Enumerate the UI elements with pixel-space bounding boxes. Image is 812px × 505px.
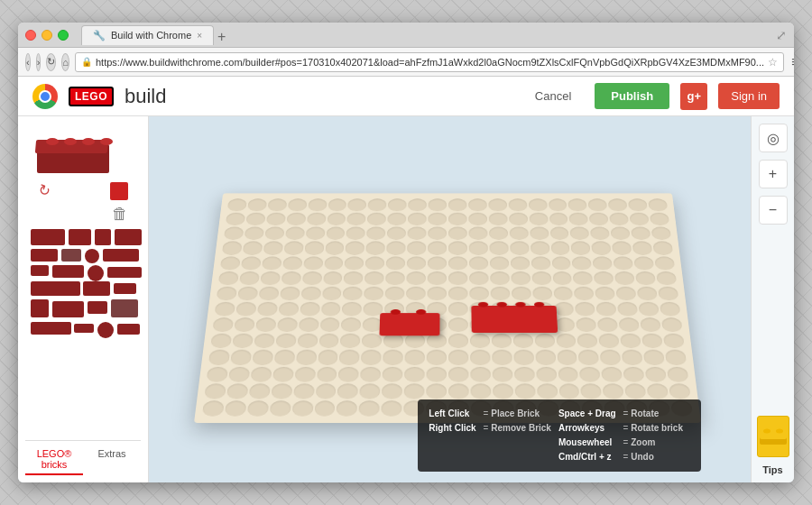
- new-tab-button[interactable]: +: [217, 29, 226, 45]
- tab-lego-bricks[interactable]: LEGO® bricks: [25, 445, 83, 475]
- browser-menu-icon[interactable]: ≡: [791, 54, 794, 70]
- baseplate-dot: [202, 400, 225, 416]
- baseplate-dot: [616, 287, 637, 301]
- baseplate-dot: [258, 287, 279, 301]
- tab-close-button[interactable]: ×: [197, 31, 202, 41]
- baseplate-dot: [407, 256, 426, 270]
- baseplate-dot: [492, 334, 512, 348]
- back-button[interactable]: ‹: [25, 53, 31, 71]
- tips-key3: Mousewheel: [558, 437, 612, 447]
- baseplate-dot: [492, 366, 512, 381]
- baseplate-dot: [283, 242, 303, 255]
- tips-key: Right Click: [429, 423, 475, 433]
- baseplate-dot: [532, 287, 552, 301]
- sign-in-button[interactable]: Sign in: [718, 83, 780, 109]
- baseplate-dot: [338, 366, 359, 381]
- baseplate-dot: [302, 271, 322, 285]
- google-plus-button[interactable]: g+: [680, 83, 707, 110]
- baseplate-dot: [408, 198, 427, 211]
- baseplate-dot: [448, 227, 467, 241]
- baseplate-dot: [222, 242, 243, 255]
- minimize-button[interactable]: [42, 30, 52, 41]
- baseplate-dot: [271, 383, 292, 399]
- baseplate-dot: [244, 227, 263, 241]
- address-bar: ‹ › ↻ ⌂ 🔒 https://www.buildwithchrome.co…: [18, 48, 794, 77]
- baseplate-dot: [577, 317, 597, 332]
- baseplate-dot: [298, 317, 318, 332]
- baseplate-dot: [639, 302, 660, 317]
- svg-point-5: [100, 138, 113, 145]
- baseplate-dot: [614, 271, 635, 285]
- baseplate-dot: [631, 227, 651, 241]
- baseplate-dot: [590, 227, 610, 241]
- trash-icon[interactable]: 🗑: [112, 205, 128, 224]
- refresh-button[interactable]: ↻: [46, 53, 56, 71]
- baseplate-dot: [568, 198, 587, 211]
- baseplate-dot: [509, 213, 528, 225]
- tips-label[interactable]: Tips: [762, 464, 782, 475]
- svg-point-3: [64, 138, 77, 145]
- baseplate-dot: [267, 198, 287, 211]
- close-button[interactable]: [25, 30, 36, 41]
- right-sidebar: ◎ + − Tips: [751, 116, 794, 482]
- baseplate-dot: [469, 271, 489, 285]
- baseplate-dot: [529, 213, 548, 225]
- forward-button[interactable]: ›: [36, 53, 42, 71]
- baseplate-dot: [448, 198, 467, 211]
- tips-table: Left Click = Place Brick Space + Drag = …: [429, 407, 690, 464]
- baseplate-dot: [297, 334, 318, 348]
- baseplate-dot: [569, 213, 589, 225]
- tips-key: Left Click: [429, 409, 469, 418]
- target-view-button[interactable]: ◎: [759, 124, 788, 152]
- baseplate-dot: [318, 350, 338, 365]
- url-bar[interactable]: 🔒 https://www.buildwithchrome.com/builde…: [75, 52, 784, 72]
- baseplate-dot: [272, 366, 294, 381]
- large-brick-preview: [32, 131, 114, 176]
- bookmark-icon[interactable]: ☆: [768, 56, 778, 69]
- baseplate-dot: [426, 383, 447, 399]
- tab-extras[interactable]: Extras: [83, 445, 141, 475]
- canvas-area[interactable]: document.write(Array(308).fill('<div sty…: [149, 116, 751, 482]
- baseplate-dot: [599, 334, 620, 348]
- baseplate-dot: [635, 271, 656, 285]
- baseplate-dot: [235, 302, 256, 317]
- baseplate-dot: [269, 400, 291, 416]
- baseplate-dot: [643, 350, 665, 365]
- baseplate-dot: [588, 198, 608, 211]
- tips-row: Cmd/Ctrl + z = Undo: [429, 450, 690, 464]
- yellow-brick-thumbnail[interactable]: [757, 416, 789, 457]
- baseplate-dot: [387, 227, 406, 241]
- baseplate-dot: [252, 350, 273, 365]
- baseplate-dot: [361, 350, 382, 365]
- baseplate-dot: [277, 317, 298, 332]
- baseplate-dot: [510, 256, 530, 270]
- app-header: LEGO build Cancel Publish g+ Sign in: [18, 77, 794, 116]
- baseplate-dot: [314, 400, 336, 416]
- baseplate-dot: [262, 256, 282, 270]
- cancel-button[interactable]: Cancel: [522, 84, 584, 108]
- baseplate-dot: [280, 287, 300, 301]
- baseplate-dot: [383, 350, 403, 365]
- baseplate-dot: [247, 400, 269, 416]
- baseplate-dot: [448, 287, 468, 301]
- browser-tab[interactable]: 🔧 Build with Chrome ×: [81, 25, 214, 45]
- svg-rect-26: [74, 324, 94, 333]
- baseplate-dot: [514, 366, 535, 381]
- baseplate-dot: [234, 317, 254, 332]
- baseplate-dot: [509, 227, 528, 241]
- baseplate-dot: [208, 350, 230, 365]
- baseplate-dot: [665, 350, 687, 365]
- zoom-out-button[interactable]: −: [759, 196, 788, 225]
- window-maximize-icon[interactable]: ⤢: [776, 28, 787, 42]
- maximize-button[interactable]: [58, 30, 69, 41]
- baseplate-dot: [293, 383, 315, 399]
- publish-button[interactable]: Publish: [595, 83, 669, 109]
- tips-row: Left Click = Place Brick Space + Drag = …: [429, 407, 690, 421]
- baseplate-dot: [327, 213, 346, 225]
- baseplate-dot: [508, 198, 527, 211]
- baseplate-dot: [654, 256, 675, 270]
- zoom-in-button[interactable]: +: [759, 160, 788, 188]
- baseplate-dot: [622, 350, 643, 365]
- baseplate-dot: [226, 213, 245, 225]
- home-button[interactable]: ⌂: [61, 53, 69, 71]
